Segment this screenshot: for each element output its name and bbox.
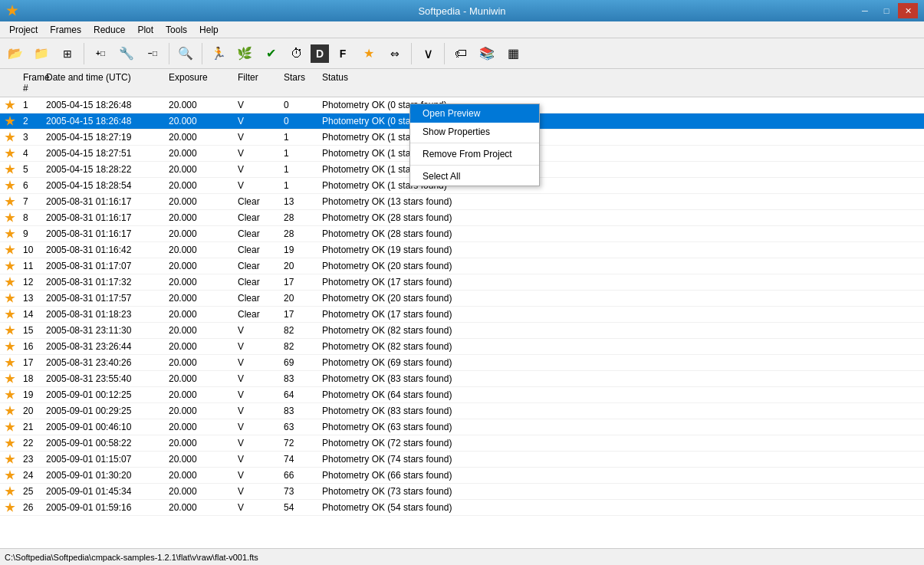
table-row[interactable]: 152005-08-31 23:11:3020.000V82Photometry… bbox=[0, 323, 924, 339]
exposure-cell: 20.000 bbox=[166, 293, 235, 304]
table-row[interactable]: 262005-09-01 01:59:1620.000V54Photometry… bbox=[0, 500, 924, 516]
table-row[interactable]: 192005-09-01 00:12:2520.000V64Photometry… bbox=[0, 387, 924, 403]
table-row[interactable]: 212005-09-01 00:46:1020.000V63Photometry… bbox=[0, 419, 924, 435]
star-cell bbox=[0, 148, 20, 159]
maximize-button[interactable]: □ bbox=[876, 3, 896, 18]
filter-cell: V bbox=[235, 373, 281, 384]
filter-cell: V bbox=[235, 341, 281, 352]
table-row[interactable]: 82005-08-31 01:16:1720.000Clear28Photome… bbox=[0, 210, 924, 226]
menu-item-project[interactable]: Project bbox=[3, 23, 44, 37]
date-cell: 2005-08-31 01:16:17 bbox=[43, 228, 166, 239]
star-icon bbox=[5, 406, 15, 416]
star-cell bbox=[0, 245, 20, 255]
context-menu-item-remove-from-project[interactable]: Remove From Project bbox=[410, 145, 539, 163]
menu-item-help[interactable]: Help bbox=[193, 23, 225, 37]
status-cell: Photometry OK (13 stars found) bbox=[319, 196, 924, 207]
date-cell: 2005-08-31 01:16:17 bbox=[43, 212, 166, 223]
star-icon bbox=[5, 148, 15, 159]
table-row[interactable]: 112005-08-31 01:17:0720.000Clear20Photom… bbox=[0, 258, 924, 274]
run-btn[interactable]: 🏃 bbox=[206, 41, 231, 66]
exposure-cell: 20.000 bbox=[166, 470, 235, 481]
menu-item-plot[interactable]: Plot bbox=[131, 23, 159, 37]
filter-cell: Clear bbox=[235, 261, 281, 271]
frame-number-cell: 12 bbox=[20, 277, 43, 287]
status-cell: Photometry OK (82 stars found) bbox=[319, 341, 924, 352]
filter-cell: V bbox=[235, 422, 281, 432]
col-frame: Frame # bbox=[20, 71, 43, 95]
stars-count-cell: 20 bbox=[281, 293, 319, 304]
table-row[interactable]: 252005-09-01 01:45:3420.000V73Photometry… bbox=[0, 484, 924, 500]
stars-count-cell: 0 bbox=[281, 100, 319, 110]
search-btn[interactable]: 🔍 bbox=[173, 41, 198, 66]
star-icon bbox=[5, 389, 15, 400]
table-row[interactable]: 202005-09-01 00:29:2520.000V83Photometry… bbox=[0, 403, 924, 419]
status-cell: Photometry OK (74 stars found) bbox=[319, 454, 924, 465]
date-cell: 2005-08-31 23:26:44 bbox=[43, 341, 166, 352]
filter-cell: V bbox=[235, 100, 281, 110]
table-row[interactable]: 162005-08-31 23:26:4420.000V82Photometry… bbox=[0, 339, 924, 355]
chevron-btn[interactable]: ∨ bbox=[416, 41, 440, 66]
dark-btn[interactable]: D bbox=[311, 44, 329, 63]
properties-btn[interactable]: ⊞ bbox=[55, 41, 80, 66]
star-cell bbox=[0, 116, 20, 126]
window-title: Softpedia - Muniwin bbox=[418, 5, 505, 17]
star-cell bbox=[0, 502, 20, 513]
table-row[interactable]: 182005-08-31 23:55:4020.000V83Photometry… bbox=[0, 371, 924, 387]
open-folder-btn[interactable]: 📂 bbox=[3, 41, 28, 66]
context-menu-item-show-properties[interactable]: Show Properties bbox=[410, 123, 539, 141]
filter-cell: V bbox=[235, 486, 281, 497]
table-row[interactable]: 232005-09-01 01:15:0720.000V74Photometry… bbox=[0, 452, 924, 468]
star-icon bbox=[5, 293, 15, 304]
table-row[interactable]: 132005-08-31 01:17:5720.000Clear20Photom… bbox=[0, 291, 924, 307]
star-cell bbox=[0, 470, 20, 481]
exposure-cell: 20.000 bbox=[166, 454, 235, 465]
calibrate-btn[interactable]: 🌿 bbox=[232, 41, 257, 66]
table-row[interactable]: 142005-08-31 01:18:2320.000Clear17Photom… bbox=[0, 307, 924, 323]
check-btn[interactable]: ✔ bbox=[258, 41, 283, 66]
menu-item-tools[interactable]: Tools bbox=[159, 23, 193, 37]
date-cell: 2005-09-01 01:45:34 bbox=[43, 486, 166, 497]
table-row[interactable]: 172005-08-31 23:40:2620.000V69Photometry… bbox=[0, 355, 924, 371]
star-btn[interactable]: ★ bbox=[357, 41, 381, 66]
star-cell bbox=[0, 228, 20, 239]
frame-number-cell: 26 bbox=[20, 502, 43, 513]
star-cell bbox=[0, 277, 20, 287]
font-btn[interactable]: F bbox=[330, 41, 355, 66]
menu-item-frames[interactable]: Frames bbox=[44, 23, 87, 37]
star-cell bbox=[0, 293, 20, 304]
star-cell bbox=[0, 373, 20, 384]
exposure-cell: 20.000 bbox=[166, 100, 235, 110]
status-cell: Photometry OK (83 stars found) bbox=[319, 373, 924, 384]
status-bar: C:\Softpedia\Softpedia\cmpack-samples-1.… bbox=[0, 548, 924, 565]
close-button[interactable]: ✕ bbox=[898, 3, 918, 18]
tag-btn[interactable]: 🏷 bbox=[449, 41, 473, 66]
context-menu-item-select-all[interactable]: Select All bbox=[410, 167, 539, 186]
arrows-btn[interactable]: ⇔ bbox=[383, 41, 407, 66]
stars-count-cell: 82 bbox=[281, 341, 319, 352]
open-file-btn[interactable]: 📁 bbox=[29, 41, 54, 66]
table-row[interactable]: 102005-08-31 01:16:4220.000Clear19Photom… bbox=[0, 242, 924, 258]
exposure-cell: 20.000 bbox=[166, 116, 235, 126]
table-row[interactable]: 122005-08-31 01:17:3220.000Clear17Photom… bbox=[0, 274, 924, 291]
toolbar: 📂📁⊞+□🔧−□🔍🏃🌿✔⏱DF★⇔∨🏷📚▦ bbox=[0, 38, 924, 69]
add-frame-btn[interactable]: +□ bbox=[88, 41, 113, 66]
book-btn[interactable]: 📚 bbox=[475, 41, 499, 66]
frame-number-cell: 4 bbox=[20, 148, 43, 159]
config-btn[interactable]: 🔧 bbox=[114, 41, 139, 66]
minimize-button[interactable]: ─ bbox=[855, 3, 875, 18]
table-row[interactable]: 72005-08-31 01:16:1720.000Clear13Photome… bbox=[0, 194, 924, 210]
time-btn[interactable]: ⏱ bbox=[284, 41, 309, 66]
exposure-cell: 20.000 bbox=[166, 486, 235, 497]
remove-btn[interactable]: −□ bbox=[140, 41, 165, 66]
grid-btn[interactable]: ▦ bbox=[501, 41, 525, 66]
table-row[interactable]: 222005-09-01 00:58:2220.000V72Photometry… bbox=[0, 435, 924, 452]
exposure-cell: 20.000 bbox=[166, 245, 235, 255]
table-row[interactable]: 92005-08-31 01:16:1720.000Clear28Photome… bbox=[0, 226, 924, 242]
exposure-cell: 20.000 bbox=[166, 180, 235, 191]
status-cell: Photometry OK (20 stars found) bbox=[319, 261, 924, 271]
menu-item-reduce[interactable]: Reduce bbox=[87, 23, 131, 37]
star-cell bbox=[0, 196, 20, 207]
status-cell: Photometry OK (17 stars found) bbox=[319, 309, 924, 320]
table-row[interactable]: 242005-09-01 01:30:2020.000V66Photometry… bbox=[0, 468, 924, 484]
context-menu-item-open-preview[interactable]: Open Preview bbox=[410, 104, 539, 123]
